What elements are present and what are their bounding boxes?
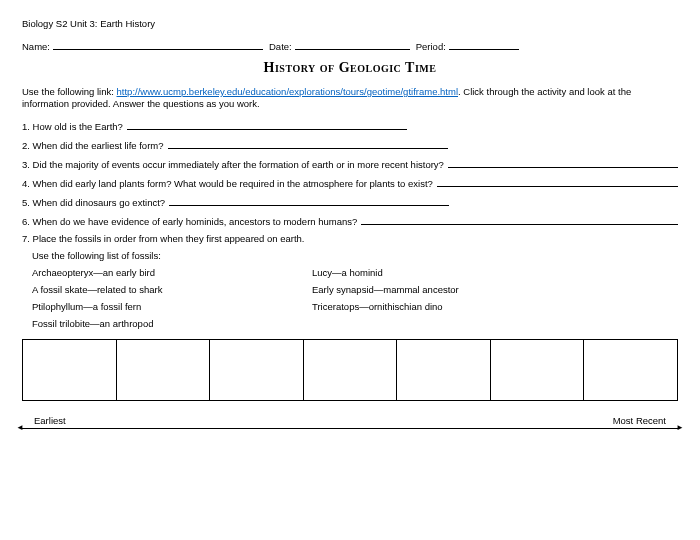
timeline-right-label: Most Recent bbox=[613, 415, 666, 426]
order-cell-2[interactable] bbox=[117, 340, 211, 400]
question-4-blank[interactable] bbox=[437, 176, 678, 187]
question-4: 4. When did early land plants form? What… bbox=[22, 176, 678, 189]
period-label: Period: bbox=[416, 41, 446, 52]
timeline-left-label: Earliest bbox=[34, 415, 66, 426]
date-label: Date: bbox=[269, 41, 292, 52]
fossil-row-4: Fossil trilobite—an arthropod bbox=[32, 318, 678, 329]
fossils-intro: Use the following list of fossils: bbox=[32, 250, 678, 261]
question-7-text: 7. Place the fossils in order from when … bbox=[22, 233, 305, 244]
fossil-right-4 bbox=[312, 318, 678, 329]
order-cell-7[interactable] bbox=[584, 340, 677, 400]
question-5-blank[interactable] bbox=[169, 195, 449, 206]
question-3-blank[interactable] bbox=[448, 157, 678, 168]
order-cell-5[interactable] bbox=[397, 340, 491, 400]
name-date-line: Name: Date: Period: bbox=[22, 39, 678, 52]
order-cell-4[interactable] bbox=[304, 340, 398, 400]
date-blank[interactable] bbox=[295, 39, 410, 50]
fossil-left-2: A fossil skate—related to shark bbox=[32, 284, 312, 295]
period-blank[interactable] bbox=[449, 39, 519, 50]
question-2-blank[interactable] bbox=[168, 138, 448, 149]
fossil-left-4: Fossil trilobite—an arthropod bbox=[32, 318, 312, 329]
order-cell-3[interactable] bbox=[210, 340, 304, 400]
timeline-line bbox=[22, 428, 678, 429]
question-1-blank[interactable] bbox=[127, 119, 407, 130]
question-2: 2. When did the earliest life form? bbox=[22, 138, 678, 151]
question-3-text: 3. Did the majority of events occur imme… bbox=[22, 159, 444, 170]
ordering-grid[interactable] bbox=[22, 339, 678, 401]
question-5: 5. When did dinosaurs go extinct? bbox=[22, 195, 678, 208]
question-5-text: 5. When did dinosaurs go extinct? bbox=[22, 197, 165, 208]
fossil-right-3: Triceratops—ornithischian dino bbox=[312, 301, 678, 312]
fossil-left-1: Archaeopteryx—an early bird bbox=[32, 267, 312, 278]
intro-text: Use the following link: http://www.ucmp.… bbox=[22, 86, 678, 111]
question-6-text: 6. When do we have evidence of early hom… bbox=[22, 216, 357, 227]
fossil-right-1: Lucy—a hominid bbox=[312, 267, 678, 278]
intro-pre: Use the following link: bbox=[22, 86, 117, 97]
fossil-row-3: Ptilophyllum—a fossil fern Triceratops—o… bbox=[32, 301, 678, 312]
question-1: 1. How old is the Earth? bbox=[22, 119, 678, 132]
name-blank[interactable] bbox=[53, 39, 263, 50]
fossil-row-1: Archaeopteryx—an early bird Lucy—a homin… bbox=[32, 267, 678, 278]
resource-link[interactable]: http://www.ucmp.berkeley.edu/education/e… bbox=[117, 86, 458, 97]
question-6: 6. When do we have evidence of early hom… bbox=[22, 214, 678, 227]
order-cell-1[interactable] bbox=[23, 340, 117, 400]
order-cell-6[interactable] bbox=[491, 340, 585, 400]
page-title: History of Geologic Time bbox=[22, 60, 678, 76]
question-2-text: 2. When did the earliest life form? bbox=[22, 140, 164, 151]
timeline: Earliest Most Recent bbox=[22, 415, 678, 429]
question-6-blank[interactable] bbox=[361, 214, 678, 225]
question-1-text: 1. How old is the Earth? bbox=[22, 121, 123, 132]
fossil-row-2: A fossil skate—related to shark Early sy… bbox=[32, 284, 678, 295]
course-header: Biology S2 Unit 3: Earth History bbox=[22, 18, 678, 29]
name-label: Name: bbox=[22, 41, 50, 52]
fossil-right-2: Early synapsid—mammal ancestor bbox=[312, 284, 678, 295]
question-4-text: 4. When did early land plants form? What… bbox=[22, 178, 433, 189]
question-7: 7. Place the fossils in order from when … bbox=[22, 233, 678, 244]
question-3: 3. Did the majority of events occur imme… bbox=[22, 157, 678, 170]
fossil-left-3: Ptilophyllum—a fossil fern bbox=[32, 301, 312, 312]
